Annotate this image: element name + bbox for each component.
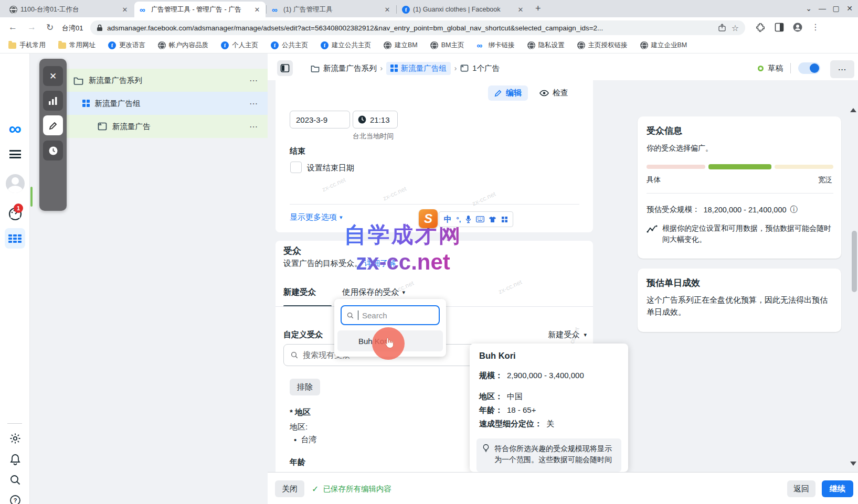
row-menu-icon[interactable]: ⋯ [249,76,258,85]
bookmark-star-icon[interactable]: ☆ [732,23,739,33]
scrollbar-up-arrow[interactable] [850,108,856,112]
new-tab-button[interactable]: + [535,3,541,14]
url-bar[interactable]: adsmanager.facebook.com/adsmanager/manag… [90,20,745,35]
tab-close-icon[interactable]: ✕ [383,6,391,14]
gauge-label-broad: 宽泛 [818,175,832,185]
tree-row-adset-selected[interactable]: 新流量广告组 ⋯ [67,92,268,115]
continue-button[interactable]: 继续 [822,480,853,497]
maximize-icon[interactable]: ▢ [829,4,843,13]
tree-row-ad[interactable]: 新流量广告 ⋯ [67,115,268,138]
start-time-input[interactable]: 21:13 [353,111,398,128]
meta-logo-icon[interactable]: ∞ [0,121,30,136]
bookmark-item[interactable]: f更改语言 [108,41,145,50]
footer-bar: 关闭 ✓ 已保存所有编辑内容 返回 继续 [268,472,858,504]
breadcrumb-ad-count[interactable]: 1个广告 [472,63,500,73]
row-menu-icon[interactable]: ⋯ [249,99,258,109]
reload-icon[interactable]: ↻ [46,22,54,33]
side-panel-icon[interactable] [775,23,784,32]
lock-icon [97,24,103,31]
lightbulb-icon [482,443,490,454]
meta-favicon-icon: ∞ [140,6,148,14]
scrollbar-thumb[interactable] [852,231,857,292]
nav-campaigns-table-selected[interactable] [5,228,25,249]
create-new-audience-dropdown[interactable]: 新建受众 ▾ [548,330,587,340]
ime-chinese-mode[interactable]: 中 [444,215,452,224]
bookmark-item[interactable]: BM主页 [430,41,464,50]
dropdown-search-input[interactable]: Search [341,305,440,325]
extensions-puzzle-icon[interactable] [756,23,765,32]
settings-gear-icon[interactable] [0,432,30,445]
end-date-checkbox[interactable] [290,162,302,173]
bookmark-item[interactable]: 建立BM [384,41,418,50]
browser-tab[interactable]: ∞ (1) 广告管理工具 ✕ [267,2,396,17]
notifications-bell-icon[interactable] [0,453,30,466]
breadcrumb-campaign[interactable]: 新流量广告系列 [323,63,377,73]
ime-mic-icon[interactable] [465,215,471,223]
close-button[interactable]: 关闭 [275,480,304,497]
url-text: adsmanager.facebook.com/adsmanager/manag… [107,24,718,32]
browser-menu-icon[interactable]: ⋮ [811,22,820,32]
tab-close-icon[interactable]: ✕ [516,6,525,14]
adset-on-toggle[interactable] [798,62,820,74]
ime-skin-shirt-icon[interactable] [489,216,496,223]
bookmark-item[interactable]: 主页授权链接 [577,41,628,50]
header-more-button[interactable]: ⋯ [830,60,854,78]
ime-toolbox-grid-icon[interactable] [501,216,508,223]
learn-more-link[interactable]: 详细了解 [364,259,396,269]
bookmark-item[interactable]: 常用网址 [58,41,96,50]
browser-tab-active[interactable]: ∞ 广告管理工具 - 管理广告 - 广告 ✕ [134,2,266,17]
toolbar-chart-icon[interactable] [43,91,63,111]
menu-hamburger-icon[interactable] [0,150,30,158]
ime-punctuation-mode[interactable]: °, [456,216,461,223]
show-more-options-link[interactable]: 显示更多选项 ▾ [290,212,343,222]
tab-close-icon[interactable]: ✕ [253,6,261,14]
back-button[interactable]: 返回 [787,480,815,497]
sogou-ime-logo[interactable]: S [419,209,438,228]
bookmark-item[interactable]: f个人主页 [221,41,258,50]
exclude-button[interactable]: 排除 [290,379,320,395]
browser-tab[interactable]: f (1) Guanxi clothes | Facebook ✕ [397,2,529,17]
hand-cursor-icon [383,337,395,350]
info-icon[interactable]: ⓘ [790,205,798,215]
window-close-icon[interactable]: ✕ [843,4,856,13]
toolbar-close-icon[interactable]: ✕ [43,66,63,86]
eye-icon [539,90,549,96]
review-button[interactable]: 检查 [539,88,568,98]
tab-saved-audience[interactable]: 使用保存的受众 ▾ [342,287,405,298]
tree-row-campaign[interactable]: 新流量广告系列 ⋯ [67,69,268,92]
tab-search-icon[interactable]: ⌄ [802,4,815,13]
forward-icon[interactable]: → [27,22,36,33]
help-icon[interactable]: ? [0,494,30,504]
bookmark-item[interactable]: 隐私设置 [527,41,565,50]
start-date-input[interactable]: 2023-3-9 [290,111,350,128]
bookmark-item[interactable]: f公共主页 [271,41,308,50]
bookmark-item[interactable]: f建立公共主页 [321,41,371,50]
search-icon[interactable] [0,474,30,486]
back-icon[interactable]: ← [8,22,17,33]
popup-tip-text: 符合你所选兴趣的受众规模现将显示为一个范围。这些数据可能会随时间 [494,443,616,472]
toolbar-history-clock-icon[interactable] [43,141,63,160]
scrollbar-down-arrow[interactable] [850,462,856,466]
browser-tab[interactable]: 1100-台湾01-工作台 ✕ [4,2,133,17]
collapse-sidebar-button[interactable] [277,60,293,76]
left-nav-rail: ∞ 1 ? [0,53,30,504]
browser-toolbar: ← → ↻ 台湾01 adsmanager.facebook.com/adsma… [0,17,858,38]
bookmark-item[interactable]: 建立企业BM [640,41,687,50]
minimize-icon[interactable]: — [815,4,829,13]
tab-new-audience[interactable]: 新建受众 [283,287,316,298]
bookmark-item[interactable]: 帐户内容品质 [158,41,208,50]
bookmark-item[interactable]: 手机常用 [8,41,46,50]
profile-label[interactable]: 台湾01 [62,24,83,33]
breadcrumb-adset-selected[interactable]: 新流量广告组 [386,62,451,75]
browser-profile-icon[interactable] [792,22,803,33]
tab-close-icon[interactable]: ✕ [121,6,129,14]
toolbar-edit-pencil-icon[interactable] [43,115,63,135]
edit-button[interactable]: 编辑 [488,85,528,101]
bookmark-item[interactable]: ∞绑卡链接 [477,41,515,50]
location-section-title: * 地区 [290,408,311,417]
edit-review-row: 编辑 检查 [488,85,568,101]
account-avatar[interactable] [0,174,30,193]
row-menu-icon[interactable]: ⋯ [249,122,258,132]
share-icon[interactable] [718,24,726,32]
ime-keyboard-icon[interactable] [476,216,484,222]
